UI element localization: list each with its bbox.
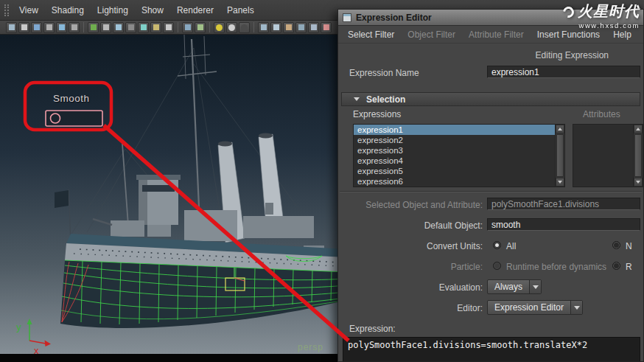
viewport-bottom-edge [0, 354, 337, 362]
watermark-title: 火星时代 [578, 1, 640, 21]
toolbar-separator [178, 22, 178, 32]
editor-menu-attribute-filter: Attribute Filter [462, 29, 531, 40]
window-icon [343, 13, 351, 22]
watermark-url: www.hxsd.com [529, 21, 640, 29]
scroll-up-icon[interactable] [634, 125, 643, 133]
editor-type-value: Expression Editor [488, 302, 570, 313]
lighting-all-icon[interactable] [214, 22, 225, 33]
default-object-field[interactable] [487, 218, 640, 231]
particle-label: Particle: [338, 262, 483, 272]
evaluation-label: Evaluation: [338, 282, 483, 293]
expressions-scrollbar[interactable] [555, 125, 564, 187]
safe-action-icon[interactable] [150, 22, 161, 33]
expression-label: Expression: [349, 324, 643, 334]
expression-list-item[interactable]: expression4 [354, 156, 555, 166]
film-gate-icon[interactable] [100, 22, 111, 33]
view-axis: y x [16, 319, 51, 356]
select-camera-icon[interactable] [6, 22, 17, 33]
editor-menu-help[interactable]: Help [606, 29, 638, 40]
scrollbar-thumb[interactable] [634, 134, 642, 177]
camera-label: persp [298, 342, 323, 352]
editor-menu-insert-functions[interactable]: Insert Functions [531, 29, 606, 40]
editor-menu-object-filter: Object Filter [401, 29, 462, 40]
bookmarks-icon[interactable] [43, 22, 55, 33]
evaluation-value: Always [488, 282, 529, 292]
lighting-none-icon[interactable] [239, 22, 250, 33]
selection-section-header[interactable]: Selection [341, 92, 640, 106]
expression-name-label: Expression Name [338, 68, 483, 78]
evaluation-dropdown[interactable]: Always [487, 279, 542, 294]
attributes-scrollbar[interactable] [633, 125, 643, 187]
expression-list-item[interactable]: expression5 [354, 166, 555, 176]
chevron-down-icon [529, 280, 541, 293]
axis-y-label: y [16, 321, 21, 333]
collapse-arrow-icon [354, 97, 360, 101]
smooth-manipulator-label: Smooth [53, 93, 90, 104]
selection-section-title: Selection [366, 94, 405, 105]
particle-runtime-after-label: R [626, 262, 632, 272]
resolution-gate-icon[interactable] [113, 22, 124, 33]
textured-icon[interactable] [283, 22, 294, 33]
expressions-list-label: Expressions [353, 109, 401, 119]
ship-flag [55, 189, 71, 243]
convert-units-none-label: N [626, 241, 632, 251]
editor-type-dropdown[interactable]: Expression Editor [487, 300, 583, 315]
lock-camera-icon[interactable] [18, 22, 29, 33]
wireframe-icon[interactable] [258, 22, 269, 33]
convert-units-all-radio[interactable] [493, 241, 501, 249]
scrollbar-thumb[interactable] [556, 134, 564, 177]
expression-list-item[interactable]: expression3 [354, 145, 555, 156]
lighting-default-icon[interactable] [226, 22, 237, 33]
scroll-down-icon[interactable] [634, 178, 643, 187]
particle-runtime-before-radio [493, 262, 501, 270]
particle-runtime-before-label: Runtime before dynamics [506, 262, 606, 272]
screen: ViewShadingLightingShowRendererPanels [0, 0, 644, 362]
camera-attributes-icon[interactable] [31, 22, 42, 33]
frame-all-icon[interactable] [182, 22, 193, 33]
editor-menu-select-filter[interactable]: Select Filter [341, 29, 401, 40]
expression-list-item[interactable]: expression2 [354, 135, 555, 145]
window-title: Expression Editor [356, 13, 432, 23]
attributes-list [573, 124, 643, 187]
frame-selection-icon[interactable] [195, 22, 206, 33]
scroll-up-icon[interactable] [556, 125, 564, 133]
selected-object-field [487, 198, 640, 210]
image-plane-icon[interactable] [56, 22, 67, 33]
safe-title-icon[interactable] [163, 22, 174, 33]
chevron-down-icon [570, 301, 582, 314]
separator [340, 191, 642, 192]
two-d-pan-zoom-icon[interactable] [69, 22, 80, 33]
field-chart-icon[interactable] [138, 22, 149, 33]
scroll-down-icon[interactable] [556, 178, 564, 187]
xray-icon[interactable] [308, 22, 319, 33]
convert-units-label: Convert Units: [338, 241, 483, 251]
expression-list-item[interactable]: expression6 [354, 176, 555, 187]
toolbar-separator [209, 22, 210, 32]
maya-menu-renderer[interactable]: Renderer [170, 0, 220, 21]
maya-menu-shading[interactable]: Shading [45, 0, 91, 21]
particle-runtime-after-radio[interactable] [612, 262, 620, 270]
convert-units-none-radio[interactable] [612, 241, 620, 249]
editing-expression-label: Editing Expression [338, 46, 643, 64]
use-default-material-icon[interactable] [295, 22, 307, 33]
watermark: 火星时代 www.hxsd.com [529, 1, 640, 29]
maya-menu-view[interactable]: View [13, 0, 45, 21]
watermark-logo-icon [561, 4, 576, 20]
maya-menu-show[interactable]: Show [135, 0, 170, 21]
expression-list-item[interactable]: expression1 [354, 125, 555, 135]
convert-units-all-label: All [506, 241, 516, 251]
expression-editor-window: Expression Editor Select FilterObject Fi… [337, 9, 644, 362]
attributes-list-label: Attributes [583, 109, 620, 119]
smooth-shade-icon[interactable] [270, 22, 281, 33]
expression-text-area[interactable]: polySmoothFace1.divisions=smooth.transla… [343, 337, 640, 362]
maya-menu-lighting[interactable]: Lighting [91, 0, 135, 21]
toolbar-separator [253, 22, 254, 32]
selected-object-label: Selected Object and Attribute: [338, 200, 483, 210]
menubar-grip-icon[interactable] [4, 4, 9, 16]
maya-menu-panels[interactable]: Panels [220, 0, 261, 21]
isolate-select-icon[interactable] [321, 22, 332, 33]
grid-icon[interactable] [88, 22, 99, 33]
expression-name-input[interactable] [487, 66, 640, 78]
toolbar-separator [83, 22, 84, 32]
gate-mask-icon[interactable] [125, 22, 136, 33]
